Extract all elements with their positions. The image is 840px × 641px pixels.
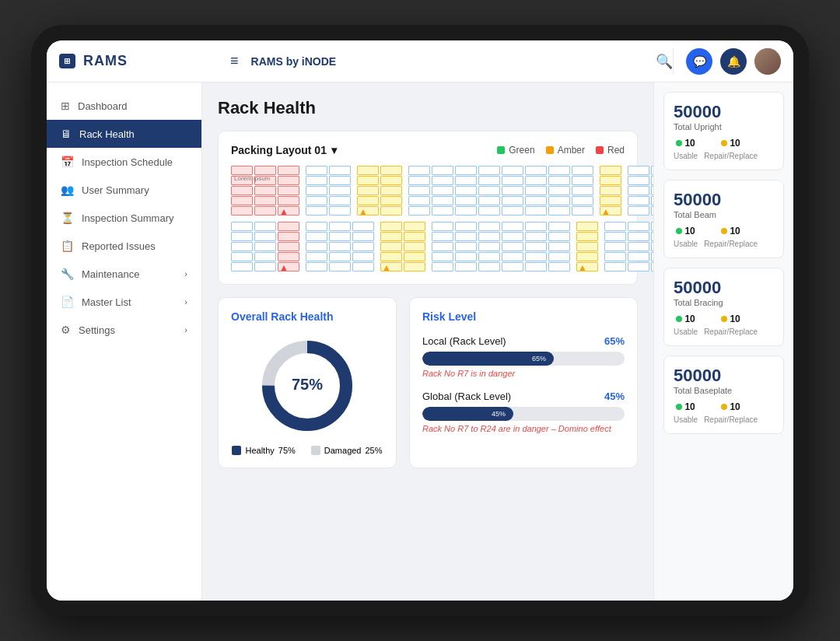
damaged-color xyxy=(311,446,320,455)
usable-bracing: 10 Usable xyxy=(674,313,698,336)
stat-number-baseplate: 50000 xyxy=(674,366,774,386)
rack-col xyxy=(254,222,276,271)
repair-label-upright: Repair/Replace xyxy=(704,152,758,160)
rack-col: ▲ xyxy=(357,166,379,215)
topbar-right: 💬 🔔 xyxy=(673,48,781,75)
page-title: Rack Health xyxy=(218,98,638,118)
right-panel: 50000 Total Upright 10 Usable xyxy=(653,82,793,601)
sidebar-item-settings[interactable]: ⚙ Settings › xyxy=(47,316,201,344)
rack-col xyxy=(352,222,374,271)
amber-label: Amber xyxy=(558,145,585,156)
usable-label-baseplate: Usable xyxy=(674,415,698,424)
rack-col xyxy=(478,222,500,271)
usable-val-upright: 10 xyxy=(676,138,695,149)
stat-card-upright: 50000 Total Upright 10 Usable xyxy=(663,92,784,170)
legend-green: Green xyxy=(497,145,534,156)
global-risk-bar: 45% xyxy=(422,407,625,421)
yellow-dot xyxy=(721,228,727,234)
yellow-dot xyxy=(721,316,727,322)
layout-label: Packing Layout 01 xyxy=(231,144,327,156)
rack-col xyxy=(651,166,653,215)
rack-col xyxy=(604,222,626,271)
menu-icon[interactable]: ≡ xyxy=(230,53,239,69)
stat-card-baseplate: 50000 Total Baseplate 10 Usable xyxy=(663,356,784,434)
usable-label-beam: Usable xyxy=(674,240,698,248)
amber-dot xyxy=(546,146,554,154)
global-risk-section: Global (Rack Level) 45% 45% Rack No R7 t… xyxy=(422,391,625,433)
sidebar-item-label: Dashboard xyxy=(78,100,128,112)
stat-label-upright: Total Upright xyxy=(674,122,774,131)
global-risk-fill: 45% xyxy=(422,407,513,421)
green-dot xyxy=(497,146,505,154)
layout-selector[interactable]: Packing Layout 01 ▾ xyxy=(231,144,337,156)
messages-button[interactable]: 💬 xyxy=(686,48,712,75)
repair-val-upright: 10 xyxy=(721,138,740,149)
rack-col xyxy=(502,222,523,271)
sidebar-item-master-list[interactable]: 📄 Master List › xyxy=(47,288,201,316)
sidebar-item-maintenance[interactable]: 🔧 Maintenance › xyxy=(47,260,201,288)
sidebar-item-dashboard[interactable]: ⊞ Dashboard xyxy=(47,92,201,120)
sidebar-item-label: Inspection Schedule xyxy=(82,156,173,168)
global-risk-label: Global (Rack Level) xyxy=(422,391,511,402)
stat-sub-upright: 10 Usable 10 Repair/Replace xyxy=(674,138,774,160)
sidebar-item-user-summary[interactable]: 👥 User Summary xyxy=(47,176,201,204)
green-dot xyxy=(676,140,682,146)
yellow-dot xyxy=(721,404,727,410)
master-list-icon: 📄 xyxy=(61,296,74,308)
rack-col xyxy=(306,222,327,271)
local-risk-pct: 65% xyxy=(604,335,625,347)
rack-col xyxy=(572,166,593,215)
sidebar-item-rack-health[interactable]: 🖥 Rack Health xyxy=(47,120,201,148)
red-label: Red xyxy=(607,145,625,156)
sidebar-item-inspection-schedule[interactable]: 📅 Inspection Schedule xyxy=(47,148,201,176)
sidebar-item-reported-issues[interactable]: 📋 Reported Issues xyxy=(47,232,201,260)
usable-baseplate: 10 Usable xyxy=(674,401,698,424)
local-bar-badge: 65% xyxy=(529,354,549,363)
risk-card: Risk Level Local (Rack Level) 65% 65% xyxy=(409,297,638,468)
stat-card-bracing: 50000 Total Bracing 10 Usable xyxy=(663,268,784,346)
maintenance-icon: 🔧 xyxy=(61,268,74,280)
inspection-summary-icon: ⏳ xyxy=(61,212,74,224)
notifications-button[interactable]: 🔔 xyxy=(720,48,747,75)
rack-col xyxy=(628,166,649,215)
dropdown-icon: ▾ xyxy=(331,144,337,156)
stat-number-bracing: 50000 xyxy=(674,278,774,298)
global-risk-warning: Rack No R7 to R24 are in danger – Domino… xyxy=(422,424,625,433)
settings-icon: ⚙ xyxy=(61,324,71,336)
chevron-right-icon: › xyxy=(184,325,187,335)
sidebar-item-inspection-summary[interactable]: ⏳ Inspection Summary xyxy=(47,204,201,232)
rack-col xyxy=(404,222,425,271)
rack-col xyxy=(329,166,351,215)
rack-col: ▲ xyxy=(278,166,299,215)
inspection-schedule-icon: 📅 xyxy=(61,156,74,168)
sidebar: ⊞ Dashboard 🖥 Rack Health 📅 Inspection S… xyxy=(47,82,202,601)
usable-upright: 10 Usable xyxy=(674,138,698,160)
healthy-legend: Healthy 75% xyxy=(232,446,295,455)
green-dot xyxy=(676,316,682,322)
rack-col xyxy=(408,166,430,215)
stat-sub-bracing: 10 Usable 10 Repair/Replace xyxy=(674,313,774,336)
bottom-section: Overall Rack Health 75% Healthy xyxy=(218,297,638,468)
search-icon[interactable]: 🔍 xyxy=(656,53,673,70)
donut-chart: 75% xyxy=(257,335,358,436)
rack-col xyxy=(380,166,402,215)
rack-col xyxy=(455,166,477,215)
repair-label-baseplate: Repair/Replace xyxy=(704,415,758,424)
rack-col xyxy=(432,222,453,271)
topbar-left: ⊞ RAMS xyxy=(59,53,215,69)
rack-col xyxy=(231,222,253,271)
usable-label-upright: Usable xyxy=(674,152,698,160)
avatar[interactable] xyxy=(754,48,781,75)
healthy-label: Healthy xyxy=(245,446,274,455)
rack-col xyxy=(478,166,500,215)
repair-label-bracing: Repair/Replace xyxy=(704,328,758,336)
rack-map-header: Packing Layout 01 ▾ Green Amber xyxy=(231,144,625,156)
reported-issues-icon: 📋 xyxy=(61,240,74,252)
rack-col xyxy=(525,166,547,215)
green-dot xyxy=(676,228,682,234)
donut-percentage: 75% xyxy=(292,376,323,393)
main-layout: ⊞ Dashboard 🖥 Rack Health 📅 Inspection S… xyxy=(47,82,793,601)
red-dot xyxy=(596,146,604,154)
app-title: RAMS by iNODE xyxy=(251,55,337,68)
rack-map-card: Packing Layout 01 ▾ Green Amber xyxy=(218,131,638,285)
